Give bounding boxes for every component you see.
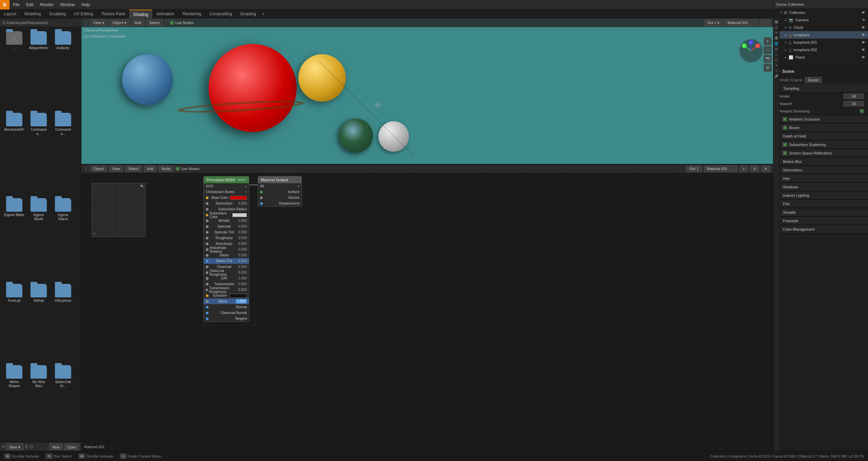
ne-select-btn[interactable]: Select	[125, 166, 142, 172]
props-icon-world[interactable]: 🌐	[774, 41, 779, 46]
outliner-item-icosphere[interactable]: ▸ △ Icosphere 👁	[773, 31, 868, 39]
ambient-occlusion-header[interactable]: Ambient Occlusion	[773, 115, 868, 123]
tab-texture-paint[interactable]: Texture Paint	[97, 9, 129, 18]
vp-use-nodes-check[interactable]: Use Nodes	[170, 21, 194, 25]
vp-object-btn[interactable]: Object ▾	[110, 20, 130, 26]
ne-material-slot[interactable]: Material.001	[704, 166, 738, 172]
bsdf-base-color-swatch[interactable]	[230, 196, 247, 200]
bsdf-specular-tint-row[interactable]: Specular Tint 0.000	[204, 229, 249, 235]
film-header[interactable]: Film	[773, 200, 868, 208]
file-item-command2[interactable]: Command a...	[52, 111, 75, 196]
bsdf-specular-row[interactable]: Specular 0.000	[204, 224, 249, 229]
tab-compositing[interactable]: Compositing	[205, 9, 236, 18]
vp-add-btn[interactable]: Add	[132, 20, 144, 26]
camera-restrict-icon[interactable]: 👁	[862, 18, 865, 22]
menu-file[interactable]: File	[9, 0, 23, 9]
outliner-item-camera[interactable]: ▸ 📷 Camera 👁	[773, 16, 868, 24]
bloom-header[interactable]: Bloom	[773, 124, 868, 132]
vp-material-btn[interactable]: Material.001	[725, 20, 758, 26]
tab-rendering[interactable]: Rendering	[178, 9, 205, 18]
props-icon-view[interactable]: 👁	[774, 30, 779, 35]
bloom-checkbox[interactable]	[783, 126, 787, 130]
freestyle-header[interactable]: Freestyle	[773, 217, 868, 225]
bsdf-metallic-row[interactable]: Metallic 0.000	[204, 218, 249, 224]
bsdf-clearcoat-normal-row[interactable]: Clearcoat Normal	[204, 310, 249, 316]
use-nodes-checkbox[interactable]	[170, 21, 174, 25]
view-mode-btn[interactable]: ⊞	[2, 445, 5, 448]
ne-slot-btn[interactable]: Slot 1	[686, 166, 702, 172]
bsdf-roughness-row[interactable]: Roughness 0.500	[204, 235, 249, 241]
file-item-command1[interactable]: Command a...	[27, 111, 50, 196]
filter-btn[interactable]: ⊡	[30, 444, 33, 449]
props-icon-constraints[interactable]: 🔗	[774, 74, 779, 79]
vp-display-btn[interactable]: ⊙	[764, 64, 772, 72]
tab-uv-editing[interactable]: UV Editing	[70, 9, 97, 18]
bsdf-sheen-row[interactable]: Sheen 0.000	[204, 252, 249, 258]
ne-use-nodes-toggle[interactable]: Use Nodes	[176, 167, 199, 171]
tab-shading[interactable]: Shading	[129, 9, 152, 18]
bsdf-sheen-tint-row[interactable]: Sheen Tint 0.500	[204, 258, 249, 264]
nav-gizmo[interactable]: X Y Z	[739, 39, 763, 63]
sampling-header[interactable]: Sampling	[773, 84, 868, 92]
file-item-iisexpress[interactable]: IISExpress	[52, 282, 75, 363]
outliner-item-icosphere002[interactable]: ▸ △ Icosphere.002 👁	[773, 46, 868, 54]
ne-node-btn[interactable]: Node	[159, 166, 174, 172]
file-item-audacity[interactable]: Audacity	[52, 30, 75, 110]
bsdf-anisotropic-rotation-row[interactable]: Anisotropic Rotation 0.000	[204, 247, 249, 252]
props-icon-physics[interactable]: ⚛	[774, 68, 779, 73]
file-item-github[interactable]: GitHub	[27, 282, 50, 363]
hair-header[interactable]: Hair	[773, 174, 868, 183]
ne-object-btn[interactable]: Object	[90, 166, 107, 172]
props-icon-render[interactable]: 📷	[774, 20, 779, 24]
bsdf-alpha-row[interactable]: Alpha 1.000	[204, 298, 249, 304]
bsdf-emission-swatch[interactable]	[230, 294, 247, 298]
plane-vis-icon[interactable]: 👁	[862, 55, 865, 59]
props-icon-mesh[interactable]: △	[774, 52, 779, 57]
mat-output-displacement-row[interactable]: Displacement	[258, 201, 301, 206]
vp-camera-btn[interactable]: 📷	[764, 55, 772, 63]
shadows-header[interactable]: Shadows	[773, 183, 868, 191]
bsdf-transmission-roughness-row[interactable]: Transmission Roughness 0.000	[204, 287, 249, 293]
bsdf-ior-row[interactable]: IOR 1.450	[204, 275, 249, 281]
ao-checkbox[interactable]	[783, 117, 787, 121]
props-icon-output[interactable]: 🖨	[774, 25, 779, 30]
tab-animation[interactable]: Animation	[152, 9, 178, 18]
vp-slot-btn[interactable]: Slot 1 ▾	[704, 20, 723, 26]
new-btn[interactable]: New	[49, 443, 63, 450]
ssr-checkbox[interactable]	[783, 151, 787, 155]
outliner-item-circle[interactable]: ▸ ⊙ Circle 👁	[773, 24, 868, 31]
menu-edit[interactable]: Edit	[23, 0, 37, 9]
icosphere-vis-icon[interactable]: 👁	[862, 33, 865, 37]
render-engine-dropdown[interactable]: Eevee	[805, 77, 822, 83]
vp-zoom-out-btn[interactable]: −	[764, 46, 772, 54]
file-item-benutzerdeff[interactable]: Benutzerdeff...	[3, 111, 26, 196]
file-item-allegorithmic[interactable]: Allegorithmic	[27, 30, 50, 110]
mat-output-surface-row[interactable]: Surface	[258, 189, 301, 195]
ne-use-nodes-checkbox[interactable]	[176, 167, 180, 171]
open-btn[interactable]: Open	[64, 443, 79, 450]
il-header[interactable]: Indirect Lighting	[773, 191, 868, 200]
outliner-item-collection[interactable]: ▾ ⊞ Collection 👁	[773, 9, 868, 16]
add-workspace-btn[interactable]: +	[260, 11, 267, 17]
props-icon-scene[interactable]: 🎬	[774, 36, 779, 41]
bsdf-emission-row[interactable]: Emission	[204, 293, 249, 298]
bsdf-subsurf-col-swatch[interactable]	[232, 213, 247, 217]
dof-header[interactable]: Depth of Field	[773, 132, 868, 140]
ne-material-settings[interactable]: ✕	[761, 166, 770, 172]
props-icon-material[interactable]: ⬡	[774, 58, 779, 62]
tab-layout[interactable]: Layout	[0, 9, 20, 18]
collection-vis-icon[interactable]: 👁	[862, 11, 865, 15]
ico001-vis-icon[interactable]: 👁	[862, 40, 865, 44]
props-icon-object[interactable]: ⊞	[774, 47, 779, 51]
props-icon-particles[interactable]: ✦	[774, 63, 779, 68]
sort-btn[interactable]: ☰	[25, 444, 28, 449]
simplify-header[interactable]: Simplify	[773, 208, 868, 216]
file-item-my-web-sites[interactable]: My Web Sites	[27, 364, 50, 448]
ne-add-btn[interactable]: Add	[144, 166, 157, 172]
ne-material-browse[interactable]: ⊙	[750, 166, 759, 172]
bsdf-subsurface-row[interactable]: Subsurface 0.000	[204, 201, 249, 206]
vp-select-btn[interactable]: Select	[146, 20, 163, 26]
bsdf-normal-row[interactable]: Normal	[204, 304, 249, 310]
ne-menu-btn[interactable]: ⋮	[84, 166, 88, 171]
outliner-item-plane[interactable]: ▸ ⬜ Plane 👁	[773, 54, 868, 61]
